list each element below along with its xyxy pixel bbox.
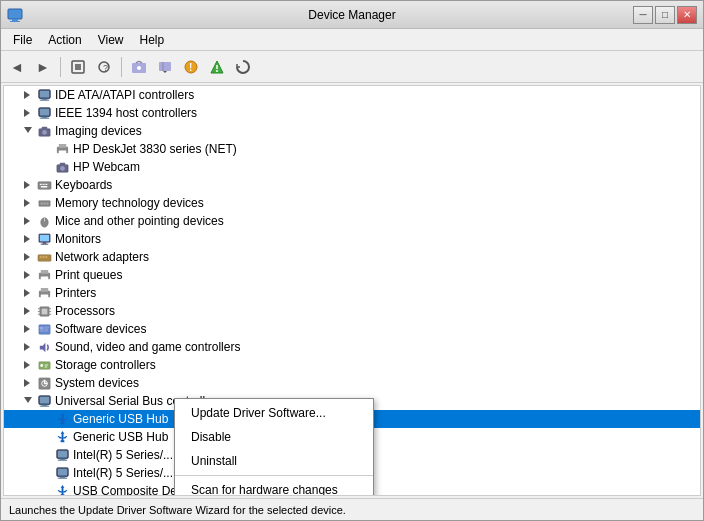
toolbar-btn-2[interactable]: ?: [92, 55, 116, 79]
tree-item[interactable]: Monitors: [4, 230, 700, 248]
svg-rect-98: [59, 458, 65, 459]
svg-rect-40: [40, 185, 47, 186]
svg-rect-87: [44, 366, 47, 367]
svg-rect-10: [162, 62, 164, 71]
expand-icon[interactable]: [40, 467, 52, 479]
tree-item[interactable]: Keyboards: [4, 176, 700, 194]
toolbar-btn-3[interactable]: [127, 55, 151, 79]
toolbar-btn-1[interactable]: [66, 55, 90, 79]
svg-rect-65: [40, 287, 48, 291]
context-menu-item[interactable]: Scan for hardware changes: [175, 478, 373, 496]
restore-button[interactable]: □: [655, 6, 675, 24]
svg-rect-1: [12, 19, 18, 21]
expand-icon[interactable]: [40, 449, 52, 461]
minimize-button[interactable]: ─: [633, 6, 653, 24]
expand-icon[interactable]: [22, 197, 34, 209]
svg-rect-94: [41, 404, 47, 405]
toolbar-btn-4[interactable]: [153, 55, 177, 79]
device-icon: [36, 87, 52, 103]
svg-marker-67: [24, 307, 30, 315]
toolbar-sep-2: [121, 57, 122, 77]
window-title: Device Manager: [1, 8, 703, 22]
svg-point-27: [42, 130, 47, 135]
expand-icon[interactable]: [22, 323, 34, 335]
expand-icon[interactable]: [40, 485, 52, 496]
expand-icon[interactable]: [22, 89, 34, 101]
tree-item[interactable]: Imaging devices: [4, 122, 700, 140]
svg-rect-0: [8, 9, 22, 19]
device-icon: [54, 447, 70, 463]
menu-help[interactable]: Help: [132, 31, 173, 49]
tree-item[interactable]: Processors: [4, 302, 700, 320]
toolbar-btn-5[interactable]: !: [179, 55, 203, 79]
expand-icon[interactable]: [22, 251, 34, 263]
svg-marker-59: [24, 271, 30, 279]
expand-icon[interactable]: [22, 107, 34, 119]
svg-marker-83: [24, 361, 30, 369]
menu-view[interactable]: View: [90, 31, 132, 49]
tree-item[interactable]: Printers: [4, 284, 700, 302]
app-icon: [7, 7, 23, 23]
svg-rect-56: [39, 256, 41, 257]
expand-icon[interactable]: [22, 359, 34, 371]
svg-rect-51: [39, 234, 48, 241]
tree-panel[interactable]: IDE ATA/ATAPI controllers IEEE 1394 host…: [3, 85, 701, 496]
device-icon: [36, 177, 52, 193]
svg-marker-88: [24, 379, 30, 387]
svg-rect-28: [41, 126, 47, 129]
tree-item[interactable]: HP DeskJet 3830 series (NET): [4, 140, 700, 158]
expand-icon[interactable]: [22, 395, 34, 407]
expand-icon[interactable]: [22, 125, 34, 137]
svg-rect-34: [59, 162, 65, 165]
tree-item[interactable]: Sound, video and game controllers: [4, 338, 700, 356]
expand-icon[interactable]: [22, 269, 34, 281]
svg-rect-43: [40, 202, 42, 204]
tree-item[interactable]: Network adapters: [4, 248, 700, 266]
tree-item[interactable]: HP Webcam: [4, 158, 700, 176]
svg-rect-17: [39, 90, 48, 97]
item-label: Printers: [55, 286, 96, 300]
svg-rect-62: [40, 276, 48, 280]
context-menu-separator: [175, 475, 373, 476]
svg-rect-69: [41, 308, 47, 314]
svg-rect-39: [45, 183, 47, 184]
context-menu-item[interactable]: Update Driver Software...: [175, 401, 373, 425]
tree-item[interactable]: Mice and other pointing devices: [4, 212, 700, 230]
expand-icon[interactable]: [22, 233, 34, 245]
toolbar-btn-6[interactable]: [205, 55, 229, 79]
expand-icon[interactable]: [40, 431, 52, 443]
expand-icon[interactable]: [22, 305, 34, 317]
tree-item[interactable]: Memory technology devices: [4, 194, 700, 212]
expand-icon[interactable]: [22, 287, 34, 299]
context-menu-item[interactable]: Uninstall: [175, 449, 373, 473]
svg-rect-99: [57, 459, 66, 460]
back-button[interactable]: ◄: [5, 55, 29, 79]
toolbar-btn-7[interactable]: [231, 55, 255, 79]
svg-rect-101: [57, 468, 66, 475]
tree-item[interactable]: Storage controllers: [4, 356, 700, 374]
forward-button[interactable]: ►: [31, 55, 55, 79]
close-button[interactable]: ✕: [677, 6, 697, 24]
menu-action[interactable]: Action: [40, 31, 89, 49]
tree-item[interactable]: IEEE 1394 host controllers: [4, 104, 700, 122]
tree-item[interactable]: Print queues: [4, 266, 700, 284]
item-label: Network adapters: [55, 250, 149, 264]
status-text: Launches the Update Driver Software Wiza…: [9, 504, 346, 516]
svg-rect-53: [40, 243, 48, 244]
expand-icon[interactable]: [40, 143, 52, 155]
expand-icon[interactable]: [40, 161, 52, 173]
svg-rect-79: [44, 326, 49, 327]
device-icon: [54, 159, 70, 175]
tree-item[interactable]: IDE ATA/ATAPI controllers: [4, 86, 700, 104]
title-bar-left: [7, 7, 23, 23]
expand-icon[interactable]: [40, 413, 52, 425]
menu-file[interactable]: File: [5, 31, 40, 49]
expand-icon[interactable]: [22, 179, 34, 191]
expand-icon[interactable]: [22, 377, 34, 389]
expand-icon[interactable]: [22, 341, 34, 353]
expand-icon[interactable]: [22, 215, 34, 227]
context-menu-item[interactable]: Disable: [175, 425, 373, 449]
device-icon: [36, 195, 52, 211]
tree-item[interactable]: Software devices: [4, 320, 700, 338]
tree-item[interactable]: System devices: [4, 374, 700, 392]
